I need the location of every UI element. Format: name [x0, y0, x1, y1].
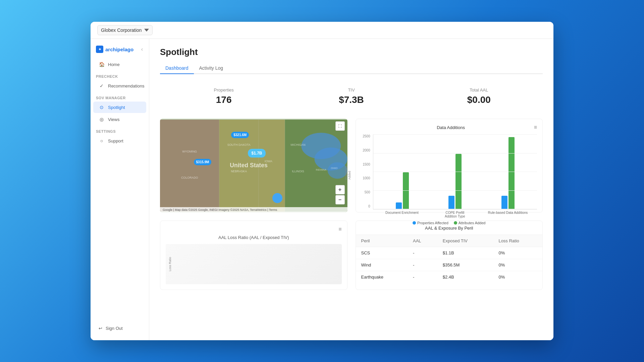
bar-blue-doc [396, 202, 402, 209]
svg-text:SOUTH DAKOTA: SOUTH DAKOTA [227, 143, 251, 146]
bar-green-doc [403, 172, 409, 209]
sidebar-item-home[interactable]: 🏠 Home [93, 59, 146, 70]
x-label-rule: Rule-based Data Additions [484, 211, 532, 218]
map-attribution: Google | Map data ©2025 Google, INEGI Im… [163, 208, 277, 212]
bar-group-cope-prefill [431, 154, 479, 209]
svg-text:COLORADO: COLORADO [181, 176, 198, 179]
sidebar-label-support: Support [108, 138, 123, 143]
zoom-out-button[interactable]: − [335, 195, 345, 204]
svg-text:United States: United States [230, 162, 268, 169]
sidebar-item-recommendations[interactable]: ✓ Recommendations [93, 80, 146, 92]
logo: archipelago [96, 46, 133, 53]
main-content: Spotlight Dashboard Activity Log Propert… [149, 39, 553, 340]
chart-x-labels: Document Enrichment COPE PrefillAddition… [373, 209, 537, 218]
cell-tiv-wind: $356.5M [437, 259, 493, 271]
svg-rect-1 [160, 120, 219, 212]
metric-properties-value: 176 [165, 95, 282, 105]
company-selector[interactable]: Globex Corporation [97, 25, 153, 35]
svg-text:OHIO: OHIO [331, 167, 337, 170]
bar-blue-rule [501, 196, 507, 209]
sign-out-button[interactable]: ↩ Sign Out [93, 323, 146, 334]
aal-table-head: Peril AAL Exposed TIV Loss Ratio [356, 235, 543, 247]
y-label-500: 500 [365, 190, 370, 194]
aal-menu-icon[interactable]: ≡ [338, 226, 341, 232]
page-title: Spotlight [160, 47, 543, 57]
chevron-down-icon [144, 28, 149, 33]
cell-lr-scs: 0% [493, 247, 542, 259]
svg-text:IOWA: IOWA [265, 160, 272, 163]
y-label-2000: 2000 [363, 148, 370, 152]
map-pin-1b[interactable]: $1.7B [248, 149, 265, 158]
x-label-document: Document Enrichment [378, 211, 426, 218]
col-header-loss-ratio: Loss Ratio [493, 235, 542, 247]
spotlight-icon: ⊙ [99, 104, 105, 110]
y-label-0: 0 [368, 204, 370, 208]
sign-out-icon: ↩ [99, 326, 102, 331]
sidebar-label-spotlight: Spotlight [108, 105, 125, 110]
svg-text:MICHIGAN: MICHIGAN [291, 143, 306, 146]
cell-peril-scs: SCS [356, 247, 408, 259]
tabs: Dashboard Activity Log [160, 63, 543, 74]
sidebar-item-spotlight[interactable]: ⊙ Spotlight [93, 102, 146, 113]
y-axis-label: Properties Added [344, 160, 351, 180]
svg-text:NEBRASKA: NEBRASKA [231, 170, 247, 173]
chart-menu-icon[interactable]: ≡ [534, 124, 537, 130]
y-label-2500: 2500 [363, 134, 370, 138]
aal-table-header-row: Peril AAL Exposed TIV Loss Ratio [356, 235, 543, 247]
sidebar-collapse-button[interactable]: ‹ [141, 46, 144, 53]
metric-total-aal-value: $0.00 [421, 95, 537, 105]
metric-total-aal-label: Total AAL [421, 87, 537, 93]
metric-total-aal: Total AAL $0.00 [415, 82, 543, 111]
recommendations-icon: ✓ [99, 83, 105, 89]
sidebar-bottom: ↩ Sign Out [91, 320, 149, 336]
cell-tiv-scs: $1.1B [437, 247, 493, 259]
chart-title: Data Additions [368, 125, 534, 130]
chart-area: 2500 2000 1500 1000 500 0 Properties Add… [361, 134, 537, 218]
map-pin-321m[interactable]: $321.6M [231, 132, 249, 138]
tab-dashboard[interactable]: Dashboard [160, 63, 194, 74]
zoom-in-button[interactable]: + [335, 185, 345, 194]
cell-lr-earthquake: 0% [493, 271, 542, 283]
sidebar-item-support[interactable]: ○ Support [93, 135, 146, 146]
sidebar-section-precheck: PRECHECK [91, 70, 149, 80]
app-window: Globex Corporation archipelago ‹ 🏠 Home … [91, 22, 553, 340]
sidebar-item-views[interactable]: ◎ Views [93, 114, 146, 125]
support-icon: ○ [99, 138, 105, 144]
bar-green-rule [508, 137, 515, 209]
table-row: SCS - $1.1B 0% [356, 247, 543, 259]
metrics-row: Properties 176 TIV $7.3B Total AAL $0.00 [149, 82, 553, 111]
sidebar-label-home: Home [108, 62, 120, 67]
chart-y-axis: 2500 2000 1500 1000 500 0 [361, 134, 373, 218]
metric-properties: Properties 176 [160, 82, 287, 111]
map-svg: United States WYOMING COLORADO SOUTH DAK… [160, 119, 347, 213]
cell-peril-earthquake: Earthquake [356, 271, 408, 283]
col-header-peril: Peril [356, 235, 408, 247]
cell-tiv-earthquake: $2.4B [437, 271, 493, 283]
aal-table-title: AAL & Exposure By Peril [356, 221, 543, 235]
views-icon: ◎ [99, 116, 105, 122]
content-grid: United States WYOMING COLORADO SOUTH DAK… [149, 119, 553, 221]
sidebar-section-settings: SETTINGS [91, 125, 149, 135]
gridline-1 [373, 134, 537, 135]
bar-blue-cope [448, 196, 454, 209]
main-layout: archipelago ‹ 🏠 Home PRECHECK ✓ Recommen… [91, 39, 553, 340]
metric-tiv-label: TIV [293, 87, 410, 93]
map-pin-315m[interactable]: $315.9M [194, 159, 212, 165]
aal-y-axis-label: Loss Ratio [168, 257, 172, 272]
map-fullscreen-button[interactable]: ⛶ [335, 121, 345, 131]
y-label-1000: 1000 [363, 176, 370, 180]
cell-aal-scs: - [408, 247, 437, 259]
logo-text: archipelago [105, 47, 133, 52]
map-footer: Google | Map data ©2025 Google, INEGI Im… [160, 207, 347, 213]
chart-bars-area [373, 134, 537, 209]
metric-tiv-value: $7.3B [293, 95, 410, 105]
sign-out-label: Sign Out [106, 326, 123, 331]
map-container: United States WYOMING COLORADO SOUTH DAK… [160, 119, 347, 213]
tab-activity-log[interactable]: Activity Log [194, 63, 229, 74]
cell-peril-wind: Wind [356, 259, 408, 271]
col-header-exposed-tiv: Exposed TIV [437, 235, 493, 247]
titlebar: Globex Corporation [91, 22, 553, 39]
sidebar-section-sov-manager: SOV MANAGER [91, 92, 149, 101]
sidebar-label-recommendations: Recommendations [108, 83, 144, 88]
map-pin-bottom[interactable] [272, 193, 282, 203]
